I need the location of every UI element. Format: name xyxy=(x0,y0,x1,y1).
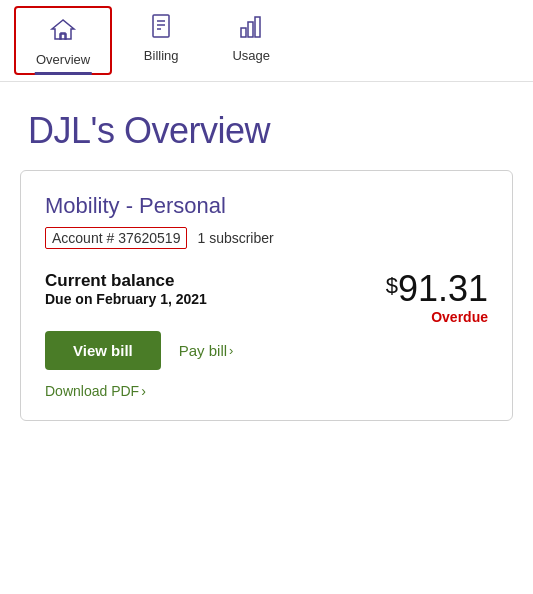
download-pdf-chevron: › xyxy=(141,383,146,399)
subscriber-count: 1 subscriber xyxy=(197,230,273,246)
balance-right: $91.31 Overdue xyxy=(386,271,488,325)
balance-amount: $91.31 xyxy=(386,271,488,307)
due-date: Due on February 1, 2021 xyxy=(45,291,207,307)
balance-left: Current balance Due on February 1, 2021 xyxy=(45,271,207,325)
account-info-row: Account # 37620519 1 subscriber xyxy=(45,227,488,249)
svg-rect-1 xyxy=(153,15,169,37)
card-account-type: Mobility - Personal xyxy=(45,193,488,219)
tab-overview-label: Overview xyxy=(36,52,90,67)
home-icon xyxy=(49,16,77,48)
buttons-row: View bill Pay bill › xyxy=(45,331,488,370)
download-pdf-link[interactable]: Download PDF › xyxy=(45,383,146,399)
download-pdf-label: Download PDF xyxy=(45,383,139,399)
pay-bill-chevron: › xyxy=(229,343,233,358)
tab-billing[interactable]: Billing xyxy=(116,0,206,81)
tab-overview[interactable]: Overview xyxy=(14,6,112,75)
tab-billing-label: Billing xyxy=(144,48,179,63)
svg-rect-6 xyxy=(248,22,253,37)
balance-value: 91.31 xyxy=(398,268,488,309)
billing-icon xyxy=(147,12,175,44)
page-title: DJL's Overview xyxy=(28,110,505,152)
usage-icon xyxy=(237,12,265,44)
overdue-label: Overdue xyxy=(431,309,488,325)
dollar-sign: $ xyxy=(386,275,398,297)
account-card: Mobility - Personal Account # 37620519 1… xyxy=(20,170,513,421)
svg-rect-5 xyxy=(241,28,246,37)
tab-usage[interactable]: Usage xyxy=(206,0,296,81)
top-nav: Overview Billing Usage xyxy=(0,0,533,82)
account-number: Account # 37620519 xyxy=(45,227,187,249)
view-bill-button[interactable]: View bill xyxy=(45,331,161,370)
pay-bill-button[interactable]: Pay bill › xyxy=(179,342,234,359)
tab-usage-label: Usage xyxy=(232,48,270,63)
pay-bill-label: Pay bill xyxy=(179,342,227,359)
balance-label: Current balance xyxy=(45,271,207,291)
svg-rect-7 xyxy=(255,17,260,37)
balance-row: Current balance Due on February 1, 2021 … xyxy=(45,271,488,325)
page-title-section: DJL's Overview xyxy=(0,82,533,170)
